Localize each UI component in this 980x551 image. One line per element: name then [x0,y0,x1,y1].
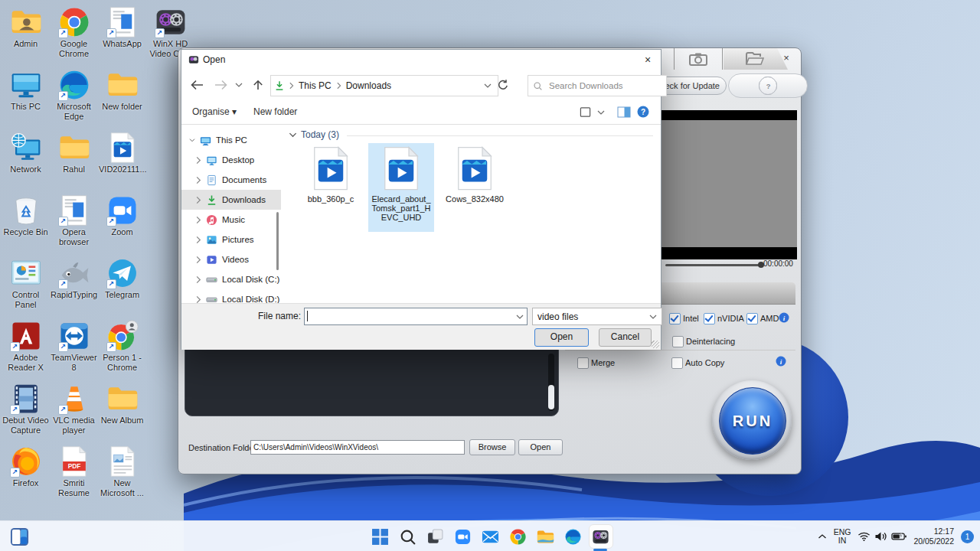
run-button[interactable]: RUN [712,380,792,460]
desktop-icon-firefox[interactable]: Firefox [2,444,50,507]
taskbar-file-explorer[interactable] [531,521,559,551]
file-item-elecard[interactable]: Elecard_about_Tomsk_part1_HEVC_UHD [368,143,434,232]
address-bar[interactable]: This PC Downloads [270,75,498,96]
group-header-today[interactable]: Today (3) [289,129,339,140]
desktop-icon-new-album[interactable]: New Album [98,381,146,444]
start-button[interactable] [366,521,394,551]
tray-status-icons[interactable] [858,531,906,542]
desktop-icon-control-panel[interactable]: Control Panel [2,256,50,318]
chevron-right-icon[interactable] [195,295,201,304]
clock[interactable]: 12:17 20/05/2022 [913,527,954,546]
snapshot-tab[interactable] [674,48,723,70]
nvidia-checkbox[interactable] [704,313,715,324]
intel-checkbox[interactable] [669,313,681,324]
chevron-right-icon[interactable] [195,276,201,284]
open-folder-tab[interactable] [724,48,788,70]
sidebar-item-local-disk-c[interactable]: Local Disk (C:) [181,269,281,289]
sidebar-item-documents[interactable]: Documents [181,170,281,190]
widgets-button[interactable] [8,525,31,548]
group-collapse-icon[interactable] [289,132,297,138]
breadcrumb-this-pc[interactable]: This PC [294,80,336,91]
desktop-icon-vlc[interactable]: VLC media player [50,381,98,444]
resize-grip[interactable] [652,341,659,348]
destination-folder-input[interactable]: C:\Users\Admin\Videos\WinXVideos\ [250,440,465,455]
breadcrumb-downloads[interactable]: Downloads [341,80,396,91]
sidebar-item-this-pc[interactable]: This PC [181,130,281,150]
chevron-right-icon[interactable] [195,256,201,264]
info-icon[interactable]: i [776,356,786,367]
taskbar-winx-active[interactable] [586,521,614,551]
desktop-icon-zoom[interactable]: Zoom [98,193,146,256]
info-icon[interactable]: i [779,312,789,323]
help-icon[interactable]: ? [637,106,649,118]
desktop-icon-recycle-bin[interactable]: Recycle Bin [2,193,50,256]
desktop-icon-teamviewer[interactable]: TeamViewer 8 [50,318,98,381]
sidebar-item-music[interactable]: Music [181,210,281,230]
auto-copy-checkbox[interactable] [671,357,683,369]
desktop-icon-new-folder[interactable]: New folder [98,67,146,130]
notification-badge[interactable]: 1 [961,530,974,543]
file-name-dropdown-icon[interactable] [516,315,524,319]
chevron-right-icon[interactable] [195,176,201,184]
desktop-icon-new-word-doc[interactable]: New Microsoft ... [98,444,146,507]
desktop-icon-smriti-resume[interactable]: PDFSmriti Resume [50,444,98,507]
search-input[interactable] [547,80,662,91]
address-dropdown-icon[interactable] [484,83,495,88]
view-mode-caret-icon[interactable] [597,110,605,115]
cancel-button[interactable]: Cancel [599,328,652,347]
taskbar-mail[interactable] [476,521,504,551]
taskbar-chrome[interactable] [504,521,531,551]
open-button[interactable]: Open [534,328,589,347]
file-name-input[interactable] [308,309,511,322]
taskbar-edge[interactable] [559,521,586,551]
desktop-icon-microsoft-edge[interactable]: Microsoft Edge [50,67,98,130]
open-destination-button[interactable]: Open [518,439,563,455]
merge-checkbox[interactable] [577,357,589,369]
recent-locations-icon[interactable] [235,83,243,87]
chevron-right-icon[interactable] [195,216,201,224]
desktop-icon-admin[interactable]: Admin [2,5,50,67]
chevron-right-icon[interactable] [195,236,201,244]
sidebar-item-downloads[interactable]: Downloads [181,190,281,210]
sidebar-item-videos[interactable]: Videos [181,249,281,269]
help-button[interactable]: ? [759,77,777,95]
desktop-icon-this-pc[interactable]: This PC [2,67,50,130]
desktop-icon-network[interactable]: Network [2,130,50,193]
desktop-icon-person1-chrome[interactable]: Person 1 - Chrome [98,318,146,381]
preview-pane-icon[interactable] [617,106,631,118]
chevron-right-icon[interactable] [195,156,201,165]
desktop-icon-google-chrome[interactable]: Google Chrome [50,5,98,67]
desktop-icon-vid-file[interactable]: VID202111... [98,130,146,193]
desktop-icon-telegram[interactable]: Telegram [98,256,146,318]
desktop-icon-adobe-reader[interactable]: Adobe Reader X [2,318,50,381]
scrollbar-thumb[interactable] [548,385,554,409]
desktop-icon-whatsapp[interactable]: WhatsApp [98,5,146,67]
desktop-icon-opera[interactable]: Opera browser [50,193,98,256]
sidebar-item-pictures[interactable]: Pictures [181,230,281,249]
file-item-bbb[interactable]: bbb_360p_c [298,143,364,232]
browse-button[interactable]: Browse [469,439,515,455]
sidebar-item-local-disk-d[interactable]: Local Disk (D:) [181,289,281,303]
view-mode-icon[interactable] [579,106,592,118]
chevron-right-icon[interactable] [195,196,201,204]
up-icon[interactable] [252,79,264,91]
language-indicator[interactable]: ENG IN [834,528,851,545]
file-type-select[interactable]: video files [532,308,662,325]
desktop-icon-rahul[interactable]: Rahul [50,130,98,193]
sidebar-scrollbar[interactable] [276,212,279,270]
organise-menu[interactable]: Organise ▾ [192,106,237,117]
tray-overflow-icon[interactable] [818,533,827,540]
refresh-icon[interactable] [497,79,509,91]
amd-checkbox[interactable] [746,313,758,324]
task-view-button[interactable] [421,521,449,551]
deinterlacing-checkbox[interactable] [672,336,684,347]
sidebar-item-desktop[interactable]: Desktop [181,150,281,170]
taskbar-zoom[interactable] [449,521,476,551]
back-icon[interactable] [189,79,204,91]
file-item-cows[interactable]: Cows_832x480 [442,143,508,232]
dialog-titlebar[interactable]: Open × [181,50,661,70]
desktop-icon-rapidtyping[interactable]: RapidTyping [50,256,98,318]
desktop-icon-debut-video[interactable]: Debut Video Capture So... [2,381,50,444]
new-folder-button[interactable]: New folder [253,106,297,117]
seek-slider[interactable] [665,264,761,266]
